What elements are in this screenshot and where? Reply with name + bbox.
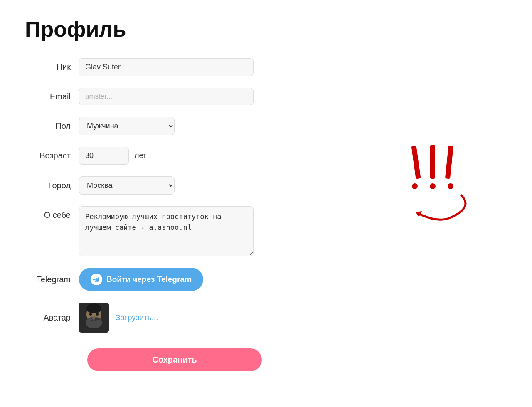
email-input[interactable] (79, 88, 254, 105)
about-textarea[interactable]: Рекламирую лучших проституток на лучшем … (79, 206, 254, 256)
telegram-icon (91, 274, 102, 285)
age-row: Возраст лет (25, 147, 316, 165)
svg-rect-8 (411, 146, 421, 179)
avatar-image (79, 303, 109, 333)
age-suffix: лет (135, 151, 146, 160)
svg-point-9 (412, 183, 418, 189)
avatar-label: Аватар (25, 313, 79, 323)
email-label: Email (25, 92, 79, 101)
svg-point-4 (89, 313, 92, 316)
profile-form: Ник Email Пол Мужчина Женщина Возраст ле… (25, 58, 316, 371)
avatar-upload-link[interactable]: Загрузить... (116, 313, 158, 322)
page-title: Профиль (25, 17, 507, 42)
age-controls: лет (79, 147, 146, 165)
svg-rect-10 (430, 145, 435, 179)
nik-row: Ник (25, 58, 316, 76)
about-row: О себе Рекламирую лучших проституток на … (25, 206, 316, 256)
save-button[interactable]: Сохранить (87, 348, 262, 371)
telegram-row: Telegram Войти через Telegram (25, 268, 316, 291)
city-label: Город (25, 181, 79, 190)
email-row: Email (25, 88, 316, 105)
telegram-btn-text: Войти через Telegram (106, 275, 192, 284)
nik-label: Ник (25, 62, 79, 72)
avatar-section: Загрузить... (79, 303, 158, 333)
avatar-svg (79, 303, 109, 333)
svg-point-3 (86, 303, 101, 313)
svg-rect-7 (95, 318, 100, 320)
svg-point-11 (430, 183, 436, 189)
svg-point-5 (96, 313, 99, 316)
annotation-svg (407, 141, 474, 224)
avatar-row: Аватар (25, 303, 316, 333)
city-select[interactable]: Москва Санкт-Петербург Новосибирск (79, 176, 175, 195)
city-row: Город Москва Санкт-Петербург Новосибирск (25, 176, 316, 195)
age-input[interactable] (79, 147, 129, 165)
telegram-login-button[interactable]: Войти через Telegram (79, 268, 203, 291)
nik-input[interactable] (79, 58, 254, 76)
gender-row: Пол Мужчина Женщина (25, 117, 316, 135)
gender-select[interactable]: Мужчина Женщина (79, 117, 175, 135)
svg-rect-12 (445, 146, 453, 179)
annotation-container (407, 141, 474, 226)
svg-point-13 (448, 183, 453, 189)
telegram-label: Telegram (25, 275, 79, 284)
svg-point-6 (93, 316, 95, 319)
about-label: О себе (25, 206, 79, 220)
gender-label: Пол (25, 121, 79, 131)
age-label: Возраст (25, 151, 79, 160)
